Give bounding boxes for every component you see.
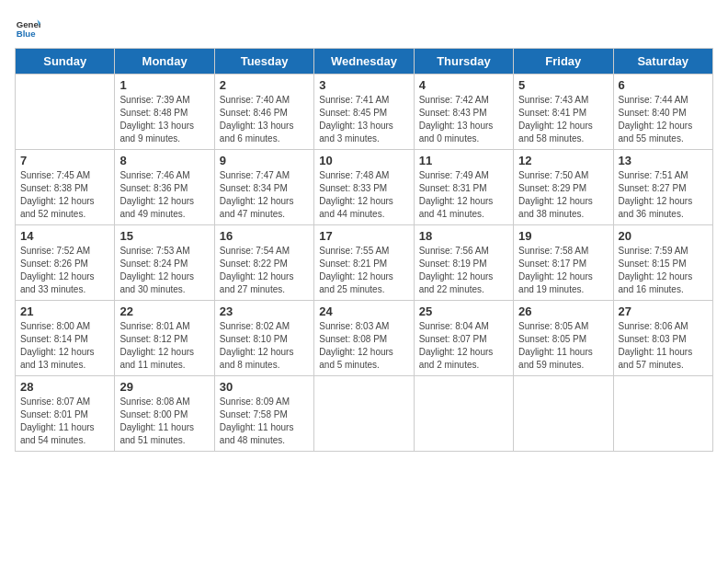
- calendar-cell: 7Sunrise: 7:45 AM Sunset: 8:38 PM Daylig…: [16, 150, 115, 225]
- day-number: 18: [419, 229, 508, 243]
- day-of-week-header: Sunday: [16, 49, 115, 75]
- day-info: Sunrise: 7:47 AM Sunset: 8:34 PM Dayligh…: [220, 169, 309, 221]
- calendar-cell: 17Sunrise: 7:55 AM Sunset: 8:21 PM Dayli…: [314, 225, 414, 301]
- day-number: 23: [220, 304, 309, 318]
- day-number: 15: [119, 229, 209, 243]
- day-number: 22: [119, 304, 209, 318]
- calendar-cell: 28Sunrise: 8:07 AM Sunset: 8:01 PM Dayli…: [16, 376, 115, 452]
- calendar-cell: 1Sunrise: 7:39 AM Sunset: 8:48 PM Daylig…: [115, 75, 214, 150]
- calendar-week-row: 7Sunrise: 7:45 AM Sunset: 8:38 PM Daylig…: [16, 150, 713, 225]
- day-number: 25: [419, 304, 508, 318]
- day-of-week-header: Saturday: [613, 49, 712, 75]
- day-info: Sunrise: 7:52 AM Sunset: 8:26 PM Dayligh…: [20, 245, 109, 296]
- calendar-cell: 20Sunrise: 7:59 AM Sunset: 8:15 PM Dayli…: [613, 225, 712, 301]
- day-info: Sunrise: 7:48 AM Sunset: 8:33 PM Dayligh…: [319, 169, 408, 221]
- day-info: Sunrise: 8:03 AM Sunset: 8:08 PM Dayligh…: [319, 320, 408, 372]
- day-info: Sunrise: 7:53 AM Sunset: 8:24 PM Dayligh…: [119, 245, 209, 296]
- calendar-cell: [314, 376, 414, 452]
- day-info: Sunrise: 7:59 AM Sunset: 8:15 PM Dayligh…: [619, 245, 708, 296]
- calendar-week-row: 14Sunrise: 7:52 AM Sunset: 8:26 PM Dayli…: [16, 225, 713, 301]
- day-number: 12: [518, 154, 608, 167]
- calendar-header-row: SundayMondayTuesdayWednesdayThursdayFrid…: [16, 49, 713, 75]
- day-info: Sunrise: 8:09 AM Sunset: 7:58 PM Dayligh…: [220, 396, 309, 447]
- calendar-cell: [414, 376, 513, 452]
- page-header: General Blue: [15, 15, 713, 40]
- calendar-cell: 13Sunrise: 7:51 AM Sunset: 8:27 PM Dayli…: [613, 150, 712, 225]
- calendar-cell: 29Sunrise: 8:08 AM Sunset: 8:00 PM Dayli…: [115, 376, 214, 452]
- calendar-cell: 19Sunrise: 7:58 AM Sunset: 8:17 PM Dayli…: [514, 225, 613, 301]
- day-info: Sunrise: 8:00 AM Sunset: 8:14 PM Dayligh…: [20, 320, 109, 372]
- day-info: Sunrise: 7:39 AM Sunset: 8:48 PM Dayligh…: [119, 94, 209, 145]
- calendar-cell: 16Sunrise: 7:54 AM Sunset: 8:22 PM Dayli…: [214, 225, 313, 301]
- day-number: 27: [619, 304, 708, 318]
- calendar-cell: 9Sunrise: 7:47 AM Sunset: 8:34 PM Daylig…: [214, 150, 313, 225]
- day-number: 8: [119, 154, 209, 167]
- day-number: 26: [518, 304, 608, 318]
- calendar-cell: 15Sunrise: 7:53 AM Sunset: 8:24 PM Dayli…: [115, 225, 214, 301]
- day-number: 3: [319, 78, 408, 92]
- day-number: 20: [619, 229, 708, 243]
- calendar-cell: 21Sunrise: 8:00 AM Sunset: 8:14 PM Dayli…: [16, 301, 115, 376]
- calendar-cell: 5Sunrise: 7:43 AM Sunset: 8:41 PM Daylig…: [514, 75, 613, 150]
- calendar-week-row: 21Sunrise: 8:00 AM Sunset: 8:14 PM Dayli…: [16, 301, 713, 376]
- svg-text:Blue: Blue: [17, 29, 36, 39]
- day-number: 19: [518, 229, 608, 243]
- day-number: 21: [20, 304, 109, 318]
- day-number: 1: [119, 78, 209, 92]
- logo-icon: General Blue: [15, 15, 40, 40]
- day-info: Sunrise: 8:08 AM Sunset: 8:00 PM Dayligh…: [119, 396, 209, 447]
- day-number: 28: [20, 380, 109, 394]
- day-of-week-header: Wednesday: [314, 49, 414, 75]
- calendar-cell: [514, 376, 613, 452]
- day-info: Sunrise: 8:06 AM Sunset: 8:03 PM Dayligh…: [619, 320, 708, 372]
- day-info: Sunrise: 7:45 AM Sunset: 8:38 PM Dayligh…: [20, 169, 109, 221]
- calendar-cell: 3Sunrise: 7:41 AM Sunset: 8:45 PM Daylig…: [314, 75, 414, 150]
- day-number: 7: [20, 154, 109, 167]
- day-of-week-header: Monday: [115, 49, 214, 75]
- calendar-cell: 24Sunrise: 8:03 AM Sunset: 8:08 PM Dayli…: [314, 301, 414, 376]
- day-info: Sunrise: 7:54 AM Sunset: 8:22 PM Dayligh…: [220, 245, 309, 296]
- day-info: Sunrise: 7:49 AM Sunset: 8:31 PM Dayligh…: [419, 169, 508, 221]
- day-info: Sunrise: 7:55 AM Sunset: 8:21 PM Dayligh…: [319, 245, 408, 296]
- day-number: 24: [319, 304, 408, 318]
- calendar-cell: 22Sunrise: 8:01 AM Sunset: 8:12 PM Dayli…: [115, 301, 214, 376]
- day-of-week-header: Thursday: [414, 49, 513, 75]
- day-number: 5: [518, 78, 608, 92]
- day-info: Sunrise: 7:41 AM Sunset: 8:45 PM Dayligh…: [319, 94, 408, 145]
- day-number: 11: [419, 154, 508, 167]
- day-number: 13: [619, 154, 708, 167]
- day-number: 6: [619, 78, 708, 92]
- day-number: 30: [220, 380, 309, 394]
- calendar-cell: 30Sunrise: 8:09 AM Sunset: 7:58 PM Dayli…: [214, 376, 313, 452]
- calendar-cell: 18Sunrise: 7:56 AM Sunset: 8:19 PM Dayli…: [414, 225, 513, 301]
- day-number: 4: [419, 78, 508, 92]
- day-info: Sunrise: 8:02 AM Sunset: 8:10 PM Dayligh…: [220, 320, 309, 372]
- day-info: Sunrise: 7:43 AM Sunset: 8:41 PM Dayligh…: [518, 94, 608, 145]
- calendar-cell: 14Sunrise: 7:52 AM Sunset: 8:26 PM Dayli…: [16, 225, 115, 301]
- day-info: Sunrise: 7:56 AM Sunset: 8:19 PM Dayligh…: [419, 245, 508, 296]
- day-number: 14: [20, 229, 109, 243]
- calendar-week-row: 28Sunrise: 8:07 AM Sunset: 8:01 PM Dayli…: [16, 376, 713, 452]
- day-of-week-header: Friday: [514, 49, 613, 75]
- calendar-cell: 26Sunrise: 8:05 AM Sunset: 8:05 PM Dayli…: [514, 301, 613, 376]
- day-number: 2: [220, 78, 309, 92]
- calendar-week-row: 1Sunrise: 7:39 AM Sunset: 8:48 PM Daylig…: [16, 75, 713, 150]
- calendar-cell: 11Sunrise: 7:49 AM Sunset: 8:31 PM Dayli…: [414, 150, 513, 225]
- calendar-cell: [613, 376, 712, 452]
- day-number: 9: [220, 154, 309, 167]
- calendar-cell: 8Sunrise: 7:46 AM Sunset: 8:36 PM Daylig…: [115, 150, 214, 225]
- calendar-cell: 4Sunrise: 7:42 AM Sunset: 8:43 PM Daylig…: [414, 75, 513, 150]
- day-info: Sunrise: 7:51 AM Sunset: 8:27 PM Dayligh…: [619, 169, 708, 221]
- calendar-cell: 10Sunrise: 7:48 AM Sunset: 8:33 PM Dayli…: [314, 150, 414, 225]
- calendar-cell: 6Sunrise: 7:44 AM Sunset: 8:40 PM Daylig…: [613, 75, 712, 150]
- day-number: 29: [119, 380, 209, 394]
- day-info: Sunrise: 8:07 AM Sunset: 8:01 PM Dayligh…: [20, 396, 109, 447]
- calendar-cell: 25Sunrise: 8:04 AM Sunset: 8:07 PM Dayli…: [414, 301, 513, 376]
- day-info: Sunrise: 7:46 AM Sunset: 8:36 PM Dayligh…: [119, 169, 209, 221]
- day-info: Sunrise: 7:40 AM Sunset: 8:46 PM Dayligh…: [220, 94, 309, 145]
- day-info: Sunrise: 7:58 AM Sunset: 8:17 PM Dayligh…: [518, 245, 608, 296]
- day-number: 16: [220, 229, 309, 243]
- calendar-table: SundayMondayTuesdayWednesdayThursdayFrid…: [15, 48, 713, 452]
- day-info: Sunrise: 7:42 AM Sunset: 8:43 PM Dayligh…: [419, 94, 508, 145]
- logo: General Blue: [15, 15, 44, 40]
